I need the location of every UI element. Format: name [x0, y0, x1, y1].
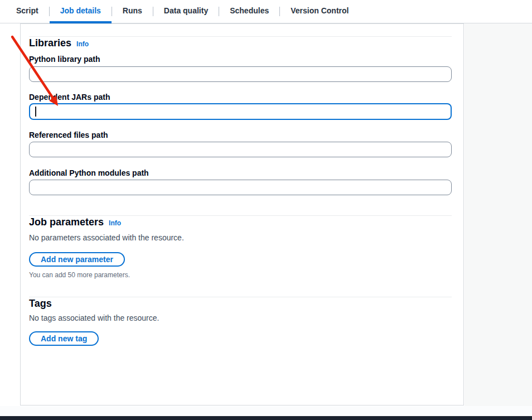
python-library-path-field [29, 66, 452, 82]
referenced-files-path-field [29, 142, 452, 157]
tags-empty-text: No tags associated with the resource. [29, 312, 452, 324]
tab-label: Version Control [291, 6, 349, 15]
python-library-path-label: Python library path [29, 54, 452, 64]
tags-heading: Tags [29, 297, 452, 310]
libraries-section: Libraries Info Python library path Depen… [29, 37, 452, 195]
job-parameters-empty-text: No parameters associated with the resour… [29, 232, 452, 243]
right-gutter [465, 23, 532, 416]
python-library-path-input[interactable] [29, 66, 452, 82]
dependent-jars-path-input[interactable] [29, 103, 452, 120]
additional-python-modules-path-input[interactable] [29, 180, 452, 195]
bottom-strip [0, 406, 532, 416]
section-title-text: Tags [29, 297, 52, 310]
add-new-parameter-button[interactable]: Add new parameter [29, 252, 125, 267]
tab-label: Job details [60, 6, 101, 15]
dependent-jars-path-label: Dependent JARs path [29, 92, 452, 102]
additional-python-modules-path-label: Additional Python modules path [29, 168, 452, 178]
footer-bar [0, 416, 532, 420]
additional-python-modules-path-field [29, 180, 452, 195]
tab-data-quality[interactable]: Data quality [153, 0, 219, 23]
tab-label: Runs [123, 6, 142, 15]
libraries-heading: Libraries Info [29, 37, 452, 50]
tab-label: Data quality [164, 6, 208, 15]
tab-runs[interactable]: Runs [112, 0, 153, 23]
libraries-info-link[interactable]: Info [76, 38, 89, 50]
tab-schedules[interactable]: Schedules [219, 0, 279, 23]
job-details-panel: Libraries Info Python library path Depen… [20, 23, 464, 405]
tab-label: Schedules [230, 6, 269, 15]
add-new-tag-button[interactable]: Add new tag [29, 331, 99, 346]
tab-bar: Script Job details Runs Data quality Sch… [0, 0, 532, 23]
job-parameters-section: Job parameters Info No parameters associ… [29, 216, 452, 279]
referenced-files-path-label: Referenced files path [29, 130, 452, 140]
job-parameters-info-link[interactable]: Info [109, 217, 121, 229]
tab-label: Script [16, 6, 38, 15]
referenced-files-path-input[interactable] [29, 142, 452, 157]
tags-section: Tags No tags associated with the resourc… [29, 297, 452, 346]
job-parameters-heading: Job parameters Info [29, 216, 452, 229]
text-cursor [35, 107, 36, 117]
section-title-text: Job parameters [29, 216, 104, 228]
tab-version-control[interactable]: Version Control [280, 0, 359, 23]
job-parameters-constraint-text: You can add 50 more parameters. [29, 271, 452, 279]
section-title-text: Libraries [29, 37, 71, 49]
tab-job-details[interactable]: Job details [50, 0, 112, 23]
tab-script[interactable]: Script [6, 0, 49, 23]
dependent-jars-path-field [29, 103, 452, 120]
